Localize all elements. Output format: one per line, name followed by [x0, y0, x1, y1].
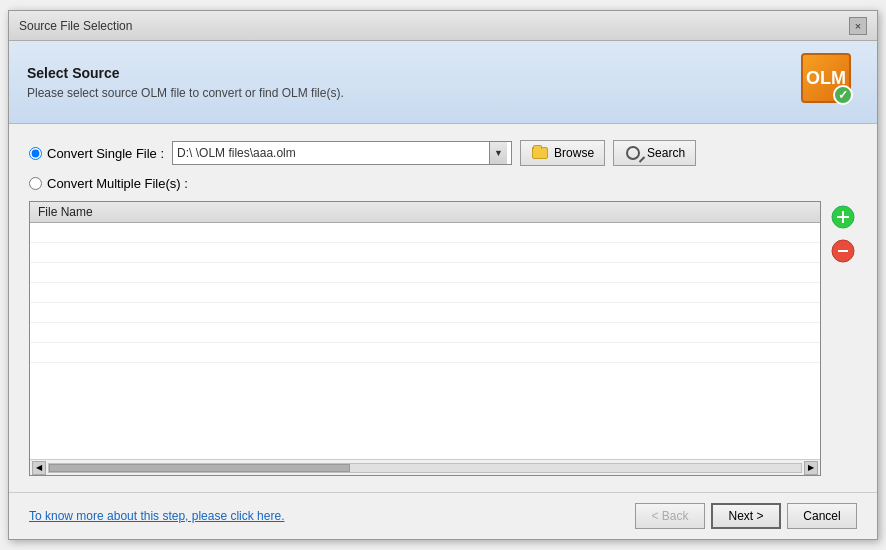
- folder-icon-img: [532, 147, 548, 159]
- svg-rect-4: [838, 250, 848, 252]
- file-path-text: D:\ \OLM files\aaa.olm: [177, 146, 489, 160]
- scroll-left-arrow[interactable]: ◀: [32, 461, 46, 475]
- single-file-radio[interactable]: [29, 147, 42, 160]
- scroll-thumb[interactable]: [49, 464, 350, 472]
- list-button-column: [829, 201, 857, 476]
- scroll-right-arrow[interactable]: ▶: [804, 461, 818, 475]
- table-row: [30, 243, 820, 263]
- footer: To know more about this step, please cli…: [9, 492, 877, 539]
- footer-buttons: < Back Next > Cancel: [635, 503, 857, 529]
- combo-dropdown-arrow[interactable]: ▼: [489, 142, 507, 164]
- multiple-files-label: Convert Multiple File(s) :: [47, 176, 188, 191]
- remove-file-button[interactable]: [829, 237, 857, 265]
- table-row: [30, 343, 820, 363]
- help-link[interactable]: To know more about this step, please cli…: [29, 509, 284, 523]
- browse-button[interactable]: Browse: [520, 140, 605, 166]
- multiple-files-radio-label[interactable]: Convert Multiple File(s) :: [29, 176, 188, 191]
- next-button[interactable]: Next >: [711, 503, 781, 529]
- header-text: Select Source Please select source OLM f…: [27, 65, 344, 100]
- back-button[interactable]: < Back: [635, 503, 705, 529]
- single-file-row: Convert Single File : D:\ \OLM files\aaa…: [29, 140, 857, 166]
- header-subtitle: Please select source OLM file to convert…: [27, 86, 344, 100]
- title-bar: Source File Selection ×: [9, 11, 877, 41]
- table-row: [30, 263, 820, 283]
- table-row: [30, 223, 820, 243]
- header-icon-area: OLM ✓: [801, 53, 859, 111]
- multiple-files-row: Convert Multiple File(s) :: [29, 176, 857, 191]
- close-button[interactable]: ×: [849, 17, 867, 35]
- multiple-files-radio[interactable]: [29, 177, 42, 190]
- olm-icon: OLM ✓: [801, 53, 851, 103]
- table-row: [30, 323, 820, 343]
- main-window: Source File Selection × Select Source Pl…: [8, 10, 878, 540]
- plus-circle-icon: [831, 205, 855, 229]
- file-list-area: File Name ◀ ▶: [29, 201, 857, 476]
- svg-rect-2: [837, 216, 849, 218]
- horizontal-scrollbar[interactable]: ◀ ▶: [30, 459, 820, 475]
- single-file-label: Convert Single File :: [47, 146, 164, 161]
- search-icon-img: [626, 146, 640, 160]
- file-list-body[interactable]: [30, 223, 820, 459]
- single-file-radio-label[interactable]: Convert Single File :: [29, 146, 164, 161]
- folder-icon: [531, 145, 549, 161]
- table-row: [30, 303, 820, 323]
- cancel-button[interactable]: Cancel: [787, 503, 857, 529]
- window-title: Source File Selection: [19, 19, 132, 33]
- file-name-column-header: File Name: [38, 205, 93, 219]
- file-list-container: File Name ◀ ▶: [29, 201, 821, 476]
- header-title: Select Source: [27, 65, 344, 81]
- x-circle-icon: [831, 239, 855, 263]
- header-panel: Select Source Please select source OLM f…: [9, 41, 877, 124]
- file-path-combo[interactable]: D:\ \OLM files\aaa.olm ▼: [172, 141, 512, 165]
- table-row: [30, 283, 820, 303]
- search-button[interactable]: Search: [613, 140, 696, 166]
- search-icon: [624, 145, 642, 161]
- content-area: Convert Single File : D:\ \OLM files\aaa…: [9, 124, 877, 492]
- scroll-track[interactable]: [48, 463, 802, 473]
- file-list-header: File Name: [30, 202, 820, 223]
- add-file-button[interactable]: [829, 203, 857, 231]
- check-badge: ✓: [833, 85, 853, 105]
